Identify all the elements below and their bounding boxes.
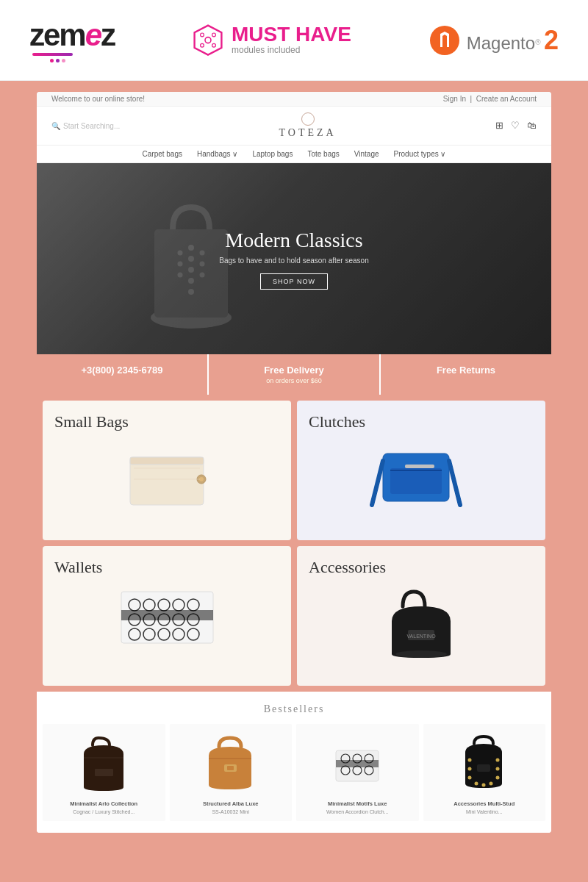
shop-now-button[interactable]: SHOP NOW [260,273,328,290]
category-small-bags[interactable]: Small Bags [43,401,291,540]
delivery-banner: Free Delivery on orders over $60 [209,354,381,395]
must-have-label: MUST HAVE [232,24,351,45]
modules-included-label: modules included [232,45,351,55]
compare-icon[interactable]: ⊞ [495,120,503,132]
svg-point-66 [468,767,472,770]
product4-sub: Mini Valentino... [429,808,540,816]
search-placeholder: Start Searching... [63,122,120,130]
bestseller-card-2[interactable]: Structured Alba Luxe SS-A10032 Mini [170,724,293,821]
delivery-text: Free Delivery [264,365,324,376]
cart-icon[interactable]: 🛍 [527,120,537,132]
nav-handbags[interactable]: Handbags ∨ [197,150,237,158]
svg-point-65 [468,758,472,761]
svg-rect-52 [95,769,113,776]
bestseller-card-1[interactable]: Minimalist Arlo Collection Cognac / Luxu… [43,724,165,821]
product2-name: Structured Alba Luxe [176,800,287,808]
store-icons: ⊞ ♡ 🛍 [495,120,537,132]
top-header: zemez MUST HAVE modules included [0,0,588,81]
must-have-badge: MUST HAVE modules included [192,24,351,57]
store-header: 🔍 Start Searching... TOTEZA ⊞ ♡ 🛍 [37,107,551,146]
logo-circle [301,112,315,126]
info-banners: +3(800) 2345-6789 Free Delivery on order… [37,354,551,395]
svg-point-71 [475,781,478,785]
store-container: Welcome to our online store! Sign In | C… [37,92,551,833]
product3-svg [330,732,385,795]
hero-title: Modern Classics [219,229,368,252]
svg-point-16 [178,262,183,267]
product3-name: Minimalist Motifs Luxe [302,800,413,808]
zemes-logo: zemez [29,18,115,53]
store-nav: Carpet bags Handbags ∨ Laptop bags Tote … [37,146,551,163]
bestseller-info-4: Accessories Multi-Stud Mini Valentino... [429,800,540,815]
svg-rect-8 [154,229,228,318]
clutches-svg [368,439,475,512]
hero-section: Modern Classics Bags to have and to hold… [37,163,551,354]
store-logo-name: TOTEZA [279,127,337,139]
category-accessories[interactable]: Accessories VALENTINO [297,546,545,686]
welcome-text: Welcome to our online store! [51,95,145,103]
product1-name: Minimalist Arlo Collection [49,800,159,808]
svg-line-30 [372,461,383,505]
category-clutches[interactable]: Clutches [297,401,545,540]
magento-text: Magento® 2 [467,25,559,56]
search-icon: 🔍 [51,122,60,130]
svg-point-2 [201,33,204,37]
small-bags-svg [119,439,215,509]
small-bags-image [54,439,279,509]
svg-point-67 [468,775,472,779]
svg-point-11 [188,267,194,273]
nav-tote-bags[interactable]: Tote bags [307,150,339,158]
svg-point-51 [395,650,447,658]
nav-laptop-bags[interactable]: Laptop bags [252,150,293,158]
svg-point-9 [188,245,194,251]
bestseller-info-2: Structured Alba Luxe SS-A10032 Mini [176,800,287,815]
accessories-title: Accessories [309,558,534,577]
zemes-logo-wrapper: zemez [29,18,115,62]
store-topbar: Welcome to our online store! Sign In | C… [37,92,551,107]
bestsellers-section: Bestsellers Minimalist Arlo Collection [37,692,551,833]
svg-rect-27 [390,468,442,494]
svg-point-70 [496,775,500,779]
hero-subtitle: Bags to have and to hold season after se… [219,257,368,265]
clutches-title: Clutches [309,412,534,431]
svg-point-3 [212,33,216,37]
svg-point-4 [201,43,204,47]
category-wallets[interactable]: Wallets [43,546,291,686]
nav-carpet-bags[interactable]: Carpet bags [143,150,182,158]
product2-sub: SS-A10032 Mini [176,808,287,816]
magento-logo: Magento® 2 [429,24,559,57]
svg-rect-74 [477,764,490,772]
must-have-icon [192,24,224,57]
product4-svg [456,732,512,795]
magento-icon [429,24,461,57]
accessories-image: VALENTINO [309,584,534,665]
product1-svg [76,732,132,795]
svg-point-17 [200,262,205,267]
returns-text: Free Returns [437,365,495,376]
svg-rect-48 [121,610,213,620]
zemes-underline [32,53,73,56]
svg-point-13 [188,289,194,295]
category-grid: Small Bags Cl [37,395,551,692]
svg-point-12 [188,278,194,284]
delivery-sub: on orders over $60 [216,377,372,384]
accessories-svg: VALENTINO [377,584,465,665]
svg-point-72 [482,783,486,786]
wishlist-icon[interactable]: ♡ [511,120,520,132]
svg-point-6 [430,26,459,55]
store-search[interactable]: 🔍 Start Searching... [51,122,120,130]
must-have-text: MUST HAVE modules included [232,24,351,55]
create-account-link[interactable]: Create an Account [476,95,537,103]
bestseller-card-4[interactable]: Accessories Multi-Stud Mini Valentino... [423,724,546,821]
nav-product-types[interactable]: Product types ∨ [394,150,446,158]
bestseller-card-3[interactable]: Minimalist Motifs Luxe Women Accordion C… [296,724,419,821]
signin-link[interactable]: Sign In [443,95,466,103]
nav-vintage[interactable]: Vintage [354,150,379,158]
wallets-svg [114,584,220,650]
dot1 [50,59,54,62]
bestseller-img-4 [429,730,540,796]
phone-number: +3(800) 2345-6789 [82,365,163,376]
hero-content: Modern Classics Bags to have and to hold… [219,229,368,290]
wallets-image [54,584,279,650]
svg-text:VALENTINO: VALENTINO [406,634,436,639]
